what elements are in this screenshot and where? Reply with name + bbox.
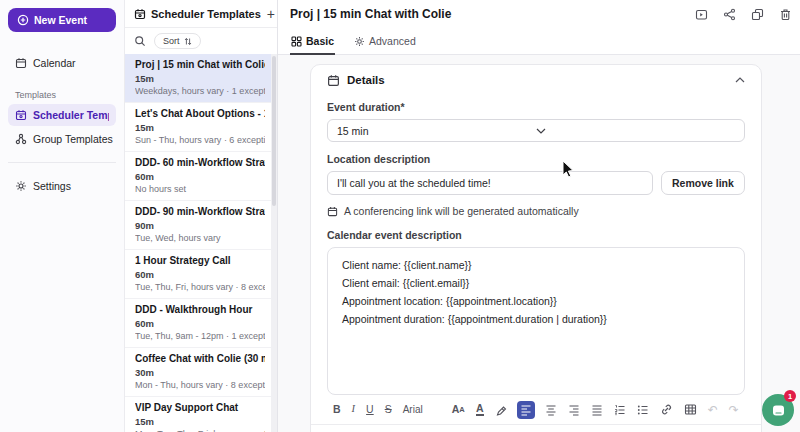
highlight-button[interactable] <box>495 404 507 416</box>
editor-actions: Templates Smart Fields <box>327 428 745 432</box>
list-item[interactable]: DDD - Walkthrough Hour 60m Tue, Thu, 9am… <box>125 299 277 348</box>
template-title: VIP Day Support Chat <box>135 402 265 413</box>
list-search-row: Sort <box>125 28 277 54</box>
template-meta: Tue, Wed, hours vary <box>135 233 265 243</box>
template-duration: 30m <box>135 367 265 378</box>
insert-link-button[interactable] <box>660 403 673 416</box>
align-right-button[interactable] <box>568 404 580 416</box>
scrollbar-thumb[interactable] <box>272 56 276 206</box>
details-card-header[interactable]: Details <box>327 65 745 95</box>
template-title: DDD- 90 min-Workflow Strategy Exten... <box>135 206 265 217</box>
editor-toolbar: B I U S Arial AA A <box>327 399 745 420</box>
remove-link-button[interactable]: Remove link <box>661 171 745 195</box>
list-item[interactable]: Coffee Chat with Colie (30 min) 30m Mon … <box>125 348 277 397</box>
templates-section-label: Templates <box>15 90 116 100</box>
sidebar-item-group-templates[interactable]: Group Templates <box>8 128 116 150</box>
app-root: New Event Calendar Templates Scheduler T… <box>0 0 800 432</box>
align-justify-button[interactable] <box>591 404 603 416</box>
gear-icon <box>354 36 365 47</box>
list-item[interactable]: 1 Hour Strategy Call 60m Tue, Thu, Fri, … <box>125 250 277 299</box>
color-bar <box>476 414 484 416</box>
bullet-list-icon <box>637 404 649 416</box>
ordered-list-button[interactable] <box>614 404 626 416</box>
list-item[interactable]: Let's Chat About Options - 15 min Cha...… <box>125 103 277 152</box>
sort-button[interactable]: Sort <box>154 33 201 49</box>
sidebar-item-calendar[interactable]: Calendar <box>8 52 116 74</box>
template-meta: No hours set <box>135 184 265 194</box>
conferencing-note-row: A conferencing link will be generated au… <box>327 205 745 217</box>
list-item[interactable]: VIP Day Support Chat 15m Mon, Tue, Thu, … <box>125 397 277 432</box>
event-duration-select[interactable]: 15 min <box>327 119 745 142</box>
list-item[interactable]: Proj | 15 min Chat with Colie 15m Weekda… <box>125 54 277 103</box>
ordered-list-icon <box>614 404 626 416</box>
conferencing-note: A conferencing link will be generated au… <box>344 205 579 217</box>
font-family-dropdown[interactable]: Arial <box>403 405 423 415</box>
align-center-icon <box>545 404 557 416</box>
search-icon[interactable] <box>134 35 146 47</box>
italic-button[interactable]: I <box>352 404 356 415</box>
chevron-up-icon[interactable] <box>735 77 745 83</box>
font-size-button[interactable]: AA <box>452 404 465 415</box>
list-item[interactable]: DDD- 60 min-Workflow Strategy 60m No hou… <box>125 152 277 201</box>
description-editor[interactable]: Client name: {{client.name}} Client emai… <box>327 247 745 395</box>
event-duration-value: 15 min <box>337 125 536 137</box>
template-title: Coffee Chat with Colie (30 min) <box>135 353 265 364</box>
template-title: Let's Chat About Options - 15 min Cha... <box>135 108 265 119</box>
sort-label: Sort <box>163 36 180 46</box>
undo-button[interactable]: ↶ <box>708 404 718 416</box>
duplicate-button[interactable] <box>751 8 764 21</box>
tab-label: Advanced <box>369 35 416 47</box>
template-duration: 60m <box>135 171 265 182</box>
sort-arrows-icon <box>184 37 192 46</box>
link-icon <box>660 403 673 416</box>
description-line: Appointment location: {{appointment.loca… <box>342 293 730 311</box>
list-item[interactable]: DDD- 90 min-Workflow Strategy Exten... 9… <box>125 201 277 250</box>
insert-table-button[interactable] <box>684 403 697 416</box>
font-color-button[interactable]: A <box>476 403 484 417</box>
trash-icon <box>779 8 792 21</box>
underline-button[interactable]: U <box>366 404 374 415</box>
align-left-icon <box>520 404 532 416</box>
tab-bar: Basic Advanced <box>278 28 800 55</box>
scheduler-templates-icon <box>134 8 146 20</box>
align-left-button[interactable] <box>517 401 535 419</box>
table-icon <box>684 403 697 416</box>
sidebar-item-label: Settings <box>33 180 71 192</box>
strikethrough-button[interactable]: S <box>385 404 392 415</box>
sidebar-divider <box>8 162 116 163</box>
template-duration: 60m <box>135 269 265 280</box>
template-meta: Weekdays, hours vary · 1 exception <box>135 86 265 96</box>
list-panel-title: Scheduler Templates <box>151 8 261 20</box>
sidebar-item-settings[interactable]: Settings <box>8 175 116 197</box>
share-button[interactable] <box>723 8 736 21</box>
template-duration: 60m <box>135 318 265 329</box>
new-event-button[interactable]: New Event <box>8 8 116 32</box>
tab-basic[interactable]: Basic <box>290 35 335 55</box>
calendar-icon <box>327 74 340 87</box>
editor-divider <box>311 424 761 425</box>
add-template-button[interactable]: + <box>266 7 276 21</box>
grid-icon <box>291 36 302 47</box>
list-scrollbar[interactable] <box>271 54 277 432</box>
sidebar: New Event Calendar Templates Scheduler T… <box>0 0 125 432</box>
conferencing-icon <box>327 206 338 217</box>
preview-button[interactable] <box>695 8 708 21</box>
bullet-list-button[interactable] <box>637 404 649 416</box>
tab-advanced[interactable]: Advanced <box>353 35 417 55</box>
list-panel-header: Scheduler Templates + <box>125 0 277 28</box>
share-icon <box>723 8 736 21</box>
header-actions <box>695 8 792 21</box>
redo-button[interactable]: ↷ <box>729 404 739 416</box>
copy-icon <box>751 8 764 21</box>
template-title: 1 Hour Strategy Call <box>135 255 265 266</box>
delete-button[interactable] <box>779 8 792 21</box>
template-duration: 15m <box>135 73 265 84</box>
description-line: Client name: {{client.name}} <box>342 257 730 275</box>
chat-icon <box>771 403 786 418</box>
chevron-down-icon <box>536 128 735 134</box>
sidebar-item-scheduler-templates[interactable]: Scheduler Templates <box>8 104 116 126</box>
bold-button[interactable]: B <box>333 404 341 415</box>
location-input[interactable] <box>327 171 653 195</box>
template-meta: Sun - Thu, hours vary · 6 exceptions <box>135 135 265 145</box>
align-center-button[interactable] <box>545 404 557 416</box>
